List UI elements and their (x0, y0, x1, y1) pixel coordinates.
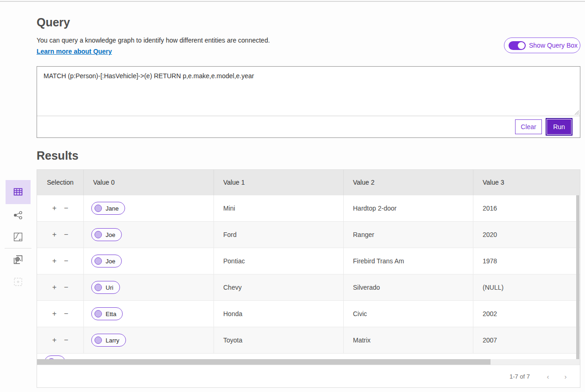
row-selection-cell: + − (37, 301, 83, 327)
remove-from-selection-button[interactable]: − (64, 205, 68, 212)
value-3-cell: (NULL) (473, 274, 580, 300)
entity-cell: Etta (83, 301, 214, 327)
column-header: Value 0 (83, 170, 214, 195)
value-1-cell: Chevy (214, 274, 343, 300)
value-1-cell: Ford (214, 222, 343, 248)
entity-dot-icon (94, 205, 102, 212)
row-selection-cell: + − (37, 222, 83, 248)
entity-dot-icon (94, 284, 102, 291)
column-header: Selection (37, 170, 83, 195)
query-input[interactable]: MATCH (p:Person)-[:HasVehicle]->(e) RETU… (37, 67, 580, 116)
table-row: + − Etta Honda Civic 2002 (37, 301, 580, 327)
value-2-cell: Matrix (343, 327, 473, 353)
learn-more-link[interactable]: Learn more about Query (37, 48, 112, 55)
add-to-selection-button[interactable]: + (52, 231, 57, 238)
run-button[interactable]: Run (547, 119, 571, 134)
sidebar-divider (5, 248, 31, 249)
value-2-cell: Civic (343, 301, 473, 327)
add-to-selection-button[interactable]: + (52, 310, 57, 317)
column-header: Value 1 (214, 170, 343, 195)
table-icon (13, 187, 24, 198)
top-border-line (0, 1, 585, 2)
table-row-partial (37, 354, 580, 359)
remove-from-selection-button[interactable]: − (64, 257, 68, 265)
pagination-prev-button[interactable]: ‹ (542, 370, 554, 382)
entity-name: Joe (106, 231, 115, 238)
sidebar-item-table-view[interactable] (6, 180, 31, 204)
sidebar-item-map-view[interactable] (6, 231, 31, 243)
add-to-selection-button[interactable]: + (52, 284, 57, 291)
sidebar-item-link-chart-view[interactable] (6, 209, 31, 221)
page-title: Query (37, 16, 70, 29)
value-3-cell: 2020 (473, 222, 580, 248)
link-chart-icon (13, 210, 24, 221)
value-3-cell: 2007 (473, 327, 580, 353)
table-row: + − Joe Ford Ranger 2020 (37, 222, 580, 248)
toggle-switch-icon[interactable] (509, 41, 526, 50)
value-1-cell: Honda (214, 301, 343, 327)
remove-from-selection-button[interactable]: − (64, 310, 68, 317)
horizontal-scrollbar-track[interactable] (37, 359, 580, 365)
value-3-cell: 1978 (473, 248, 580, 274)
row-selection-cell: + − (37, 248, 83, 274)
pagination-range-label: 1-7 of 7 (510, 373, 530, 380)
row-selection-cell: + − (37, 274, 83, 300)
entity-chip[interactable]: Joe (91, 255, 122, 268)
value-1-cell: Mini (214, 195, 343, 221)
value-2-cell: Silverado (343, 274, 473, 300)
value-2-cell: Ranger (343, 222, 473, 248)
entity-dot-icon (94, 336, 102, 344)
table-row: + − Jane Mini Hardtop 2-door 2016 (37, 195, 580, 222)
toggle-label: Show Query Box (529, 42, 578, 49)
value-3-cell: 2002 (473, 301, 580, 327)
query-actions-bar: Clear Run (37, 116, 580, 137)
clear-button[interactable]: Clear (515, 119, 542, 134)
entity-cell: Larry (83, 327, 214, 353)
entity-name: Joe (106, 258, 115, 265)
table-row: + − Uri Chevy Silverado (NULL) (37, 274, 580, 301)
value-1-cell: Pontiac (214, 248, 343, 274)
sidebar-item-add-to-map[interactable] (6, 254, 31, 266)
horizontal-scrollbar-thumb[interactable] (37, 359, 491, 365)
add-to-selection-button[interactable]: + (52, 257, 57, 265)
resize-grip-icon[interactable] (573, 109, 579, 115)
entity-dot-icon (94, 310, 102, 317)
value-3-cell: 2016 (473, 195, 580, 221)
entity-chip[interactable]: Etta (91, 307, 123, 320)
row-selection-cell: + − (37, 327, 83, 353)
results-table: SelectionValue 0Value 1Value 2Value 3 + … (37, 169, 580, 388)
pagination-next-button[interactable]: › (560, 370, 572, 382)
entity-chip[interactable]: Joe (91, 228, 122, 241)
column-header: Value 3 (473, 170, 580, 195)
add-to-selection-button[interactable]: + (52, 336, 57, 344)
remove-from-selection-button[interactable]: − (64, 284, 68, 291)
add-to-selection-button[interactable]: + (52, 205, 57, 212)
new-map-layer-icon (13, 254, 24, 265)
show-query-box-toggle[interactable]: Show Query Box (504, 37, 580, 53)
entity-chip[interactable]: Uri (91, 281, 120, 294)
value-2-cell: Hardtop 2-door (343, 195, 473, 221)
table-footer: 1-7 of 7 ‹ › (37, 365, 580, 387)
entity-chip[interactable] (44, 355, 65, 359)
vertical-scrollbar[interactable] (576, 195, 579, 359)
map-icon (13, 232, 23, 242)
remove-from-selection-button[interactable]: − (64, 336, 68, 344)
query-box: MATCH (p:Person)-[:HasVehicle]->(e) RETU… (37, 66, 580, 138)
value-2-cell: Firebird Trans Am (343, 248, 473, 274)
table-row: + − Joe Pontiac Firebird Trans Am 1978 (37, 248, 580, 274)
entity-dot-icon (94, 231, 102, 238)
selection-box-icon (13, 277, 23, 287)
results-table-body: + − Jane Mini Hardtop 2-door 2016 + − Jo… (37, 195, 580, 354)
entity-name: Etta (106, 311, 116, 317)
entity-chip[interactable]: Jane (91, 202, 125, 215)
entity-cell: Joe (83, 222, 214, 248)
table-header-row: SelectionValue 0Value 1Value 2Value 3 (37, 170, 580, 195)
entity-cell: Joe (83, 248, 214, 274)
entity-cell: Jane (83, 195, 214, 221)
remove-from-selection-button[interactable]: − (64, 231, 68, 238)
sidebar-item-selection-tool-disabled (6, 276, 31, 288)
page-description: You can query a knowledge graph to ident… (37, 37, 270, 44)
entity-chip[interactable]: Larry (91, 334, 126, 347)
entity-name: Larry (106, 337, 120, 344)
entity-dot-icon (94, 257, 102, 265)
